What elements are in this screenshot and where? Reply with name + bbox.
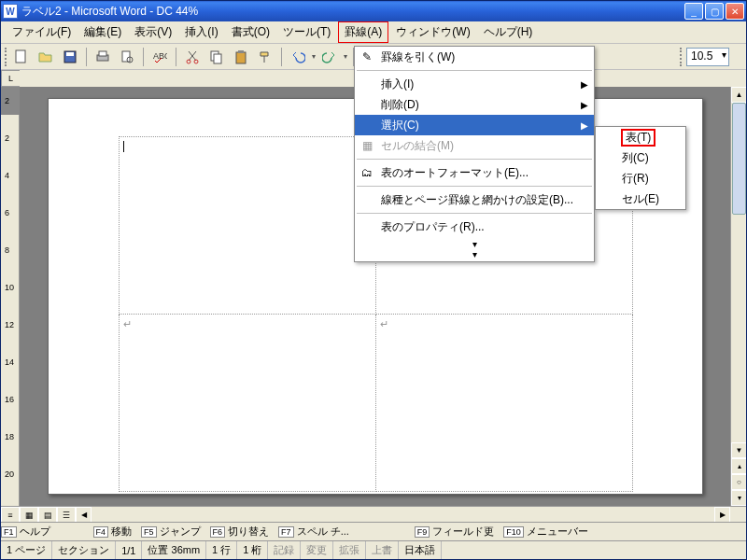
vertical-scrollbar[interactable]: ▲ ▼ ▴ ○ ▾ [730, 87, 746, 506]
table-cell[interactable] [119, 137, 375, 315]
menu-window[interactable]: ウィンドウ(W) [390, 22, 475, 42]
menu-select-submenu[interactable]: 選択(C)▶ [355, 115, 594, 135]
app-icon: W [3, 4, 18, 19]
vertical-ruler[interactable]: 22468101214161820 [1, 87, 20, 506]
svg-rect-12 [236, 52, 246, 63]
status-position: 位置 36mm [142, 541, 206, 559]
hscroll-track[interactable] [92, 507, 714, 522]
window-buttons: _ ▢ ✕ [684, 3, 744, 20]
autoformat-icon: 🗂 [359, 166, 375, 179]
format-painter-button[interactable] [255, 47, 275, 67]
chevron-right-icon: ▶ [581, 79, 588, 90]
web-view-button[interactable]: ▦ [20, 507, 38, 523]
normal-view-button[interactable]: ≡ [1, 507, 20, 523]
menu-delete-submenu[interactable]: 削除(D)▶ [355, 94, 594, 115]
toolbar-grip-2[interactable] [680, 48, 683, 66]
open-button[interactable] [35, 47, 56, 67]
fkey-f7[interactable]: F7スペル チ... [278, 525, 349, 539]
fontsize-combo[interactable]: 10.5 [686, 48, 729, 66]
fkey-f1[interactable]: F1ヘルプ [1, 525, 50, 539]
undo-dropdown-icon[interactable]: ▾ [312, 52, 316, 61]
chevron-right-icon: ▶ [581, 120, 588, 131]
status-rec: 記録 [268, 541, 301, 559]
maximize-button[interactable]: ▢ [705, 3, 724, 20]
menu-format[interactable]: 書式(O) [226, 22, 275, 42]
scroll-left-button[interactable]: ◀ [76, 507, 92, 523]
submenu-select-row[interactable]: 行(R) [596, 168, 685, 189]
menu-merge-cells[interactable]: ▦ セルの結合(M) [355, 135, 594, 156]
submenu-select-table[interactable]: 表(T) [596, 127, 685, 147]
minimize-button[interactable]: _ [684, 3, 703, 20]
status-column: 1 桁 [237, 541, 268, 559]
status-ovr: 上書 [366, 541, 399, 559]
table-menu-dropdown: ✎ 罫線を引く(W) 挿入(I)▶ 削除(D)▶ 選択(C)▶ ▦ セルの結合(… [354, 46, 595, 262]
status-line: 1 行 [206, 541, 237, 559]
svg-rect-13 [238, 50, 244, 53]
browse-object-button[interactable]: ○ [731, 474, 746, 490]
submenu-select-cell[interactable]: セル(E) [596, 189, 685, 209]
print-button[interactable] [92, 47, 113, 67]
copy-button[interactable] [206, 47, 227, 67]
fkey-f5[interactable]: F5ジャンプ [141, 525, 201, 539]
svg-rect-11 [214, 54, 221, 63]
menu-edit[interactable]: 編集(E) [78, 22, 127, 42]
save-button[interactable] [60, 47, 80, 67]
merge-cells-icon: ▦ [359, 139, 375, 152]
table-cell[interactable]: ↵ [119, 315, 375, 492]
prev-page-button[interactable]: ▴ [731, 458, 746, 474]
status-bar: 1 ページ セクション 1/1 位置 36mm 1 行 1 桁 記録 変更 拡張… [1, 540, 746, 559]
fkey-bar: F1ヘルプ F4移動 F5ジャンプ F6切り替え F7スペル チ... F9フィ… [1, 522, 746, 540]
scroll-up-button[interactable]: ▲ [731, 87, 746, 103]
svg-rect-5 [122, 51, 130, 62]
toolbar-grip[interactable] [5, 48, 7, 66]
menu-view[interactable]: 表示(V) [129, 22, 177, 42]
status-ext: 拡張 [333, 541, 366, 559]
fkey-f9[interactable]: F9フィールド更 [415, 525, 495, 539]
menu-help[interactable]: ヘルプ(H) [478, 22, 539, 42]
menu-table[interactable]: 罫線(A) [338, 21, 388, 43]
fkey-f6[interactable]: F6切り替え [210, 525, 270, 539]
menu-draw-table[interactable]: ✎ 罫線を引く(W) [355, 47, 594, 67]
cut-button[interactable] [182, 47, 203, 67]
text-cursor [123, 141, 125, 152]
titlebar: W ラベル2 - Microsoft Word - DC 44% _ ▢ ✕ [1, 1, 746, 21]
undo-button[interactable] [288, 47, 308, 67]
menu-tools[interactable]: ツール(T) [277, 22, 336, 42]
spellcheck-button[interactable]: ABC [149, 47, 170, 67]
window-title: ラベル2 - Microsoft Word - DC 44% [21, 4, 684, 20]
pencil-icon: ✎ [359, 50, 375, 63]
svg-rect-4 [99, 51, 106, 56]
scroll-down-button[interactable]: ▼ [731, 442, 746, 458]
fkey-f4[interactable]: F4移動 [93, 525, 133, 539]
scroll-right-button[interactable]: ▶ [714, 507, 730, 523]
paragraph-mark-icon: ↵ [380, 318, 388, 329]
outline-view-button[interactable]: ☰ [57, 507, 76, 523]
menu-borders-shading[interactable]: 線種とページ罫線と網かけの設定(B)... [355, 189, 594, 210]
menu-autoformat[interactable]: 🗂 表のオートフォーマット(E)... [355, 162, 594, 183]
new-doc-button[interactable] [11, 47, 32, 67]
close-button[interactable]: ✕ [726, 3, 744, 20]
submenu-select-column[interactable]: 列(C) [596, 147, 685, 168]
menubar: ファイル(F) 編集(E) 表示(V) 挿入(I) 書式(O) ツール(T) 罫… [1, 21, 746, 44]
redo-dropdown-icon[interactable]: ▾ [344, 52, 347, 61]
table-cell[interactable]: ↵ [375, 315, 632, 492]
redo-button[interactable] [319, 47, 340, 67]
chevron-right-icon: ▶ [581, 100, 588, 110]
print-preview-button[interactable] [117, 47, 137, 67]
scroll-thumb[interactable] [732, 103, 746, 215]
status-page: 1 ページ [1, 541, 52, 559]
paste-button[interactable] [231, 47, 251, 67]
table-row: ↵ ↵ [119, 315, 632, 492]
menu-expand-icon[interactable]: ▾▾ [355, 237, 594, 261]
select-submenu-dropdown: 表(T) 列(C) 行(R) セル(E) [595, 126, 686, 210]
menu-file[interactable]: ファイル(F) [7, 22, 77, 42]
status-track: 変更 [301, 541, 333, 559]
menu-insert-submenu[interactable]: 挿入(I)▶ [355, 74, 594, 94]
status-section-num: 1/1 [116, 541, 142, 559]
next-page-button[interactable]: ▾ [731, 490, 746, 506]
print-layout-view-button[interactable]: ▤ [38, 507, 57, 523]
menu-insert[interactable]: 挿入(I) [179, 22, 223, 42]
menu-table-properties[interactable]: 表のプロパティ(R)... [355, 217, 594, 237]
ruler-corner: L [1, 70, 20, 87]
fkey-f10[interactable]: F10メニューバー [503, 525, 588, 539]
